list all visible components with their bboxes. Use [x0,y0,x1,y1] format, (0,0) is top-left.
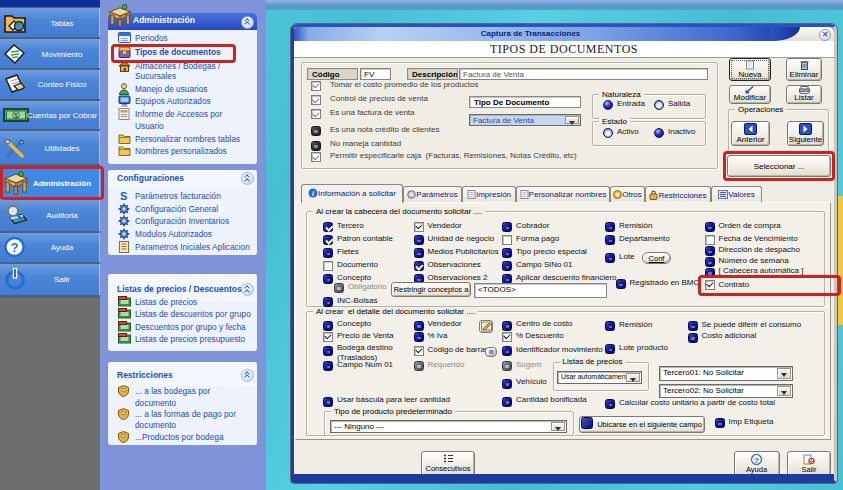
svg-text:$: $ [14,111,19,120]
svg-text:?: ? [11,241,19,255]
svg-text:S: S [120,190,127,202]
svg-text:?: ? [754,455,759,464]
